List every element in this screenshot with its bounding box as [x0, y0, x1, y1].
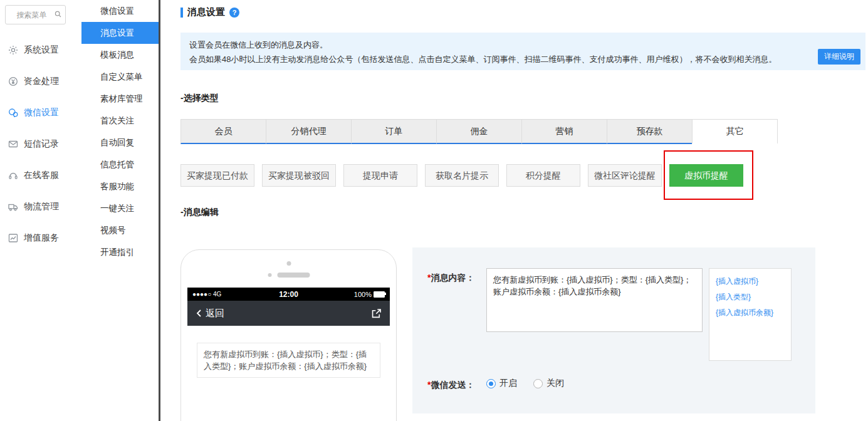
submenu-item-info-hosting[interactable]: 信息托管 [81, 153, 159, 175]
phone-statusbar: ●●●●○ 4G 12:00 100% [187, 288, 390, 301]
submenu-item-one-click-follow[interactable]: 一键关注 [81, 197, 159, 219]
radio-off-icon[interactable] [533, 379, 543, 388]
notice-line-2: 会员如果48小时以上没有主动发消息给公众号（包括发送信息、点击自定义菜单、订阅事… [189, 52, 797, 66]
submenu-item-wechat-settings[interactable]: 微信设置 [81, 0, 159, 22]
phone-speaker-pill [277, 273, 310, 278]
subtype-community-comment-reminder[interactable]: 微社区评论提醒 [588, 164, 662, 187]
subtype-buyer-withdraw-rejected[interactable]: 买家提现被驳回 [262, 164, 336, 187]
tab-distribution-agent[interactable]: 分销代理 [266, 119, 352, 144]
insert-link-type[interactable]: {插入类型} [716, 289, 785, 305]
phone-screen: ●●●●○ 4G 12:00 100% 返回 [187, 288, 390, 421]
detail-explain-button[interactable]: 详细说明 [818, 49, 860, 65]
phone-back-button: 返回 [195, 308, 224, 320]
title-accent-bar [180, 8, 183, 18]
sidebar-item-funds[interactable]: 资金处理 [0, 66, 81, 97]
radio-option-off[interactable]: 关闭 [533, 378, 564, 389]
search-input[interactable] [5, 5, 66, 24]
sidebar-item-label: 系统设置 [24, 44, 59, 56]
submenu-item-service-functions[interactable]: 客服功能 [81, 175, 159, 197]
phone-sensor-dot [268, 273, 271, 277]
statusbar-time: 12:00 [279, 290, 298, 299]
message-edit-label: -消息编辑 [180, 207, 219, 218]
subtype-withdraw-apply[interactable]: 提现申请 [343, 164, 417, 187]
money-icon [8, 76, 18, 86]
truck-icon [8, 202, 18, 212]
radio-on-icon[interactable] [486, 379, 496, 388]
submenu-item-auto-reply[interactable]: 自动回复 [81, 132, 159, 153]
gear-icon [8, 45, 18, 55]
submenu-item-template-message[interactable]: 模板消息 [81, 44, 159, 66]
message-content-input[interactable]: 您有新虚拟币到账：{插入虚拟币}；类型：{插入类型}；账户虚拟币余额：{插入虚拟… [486, 268, 703, 332]
phone-camera-dot [286, 261, 291, 266]
chart-icon [8, 233, 18, 243]
sidebar-item-sms-records[interactable]: 短信记录 [0, 128, 81, 160]
wechat-icon [8, 108, 18, 118]
tab-order[interactable]: 订单 [351, 119, 437, 144]
phone-preview: ●●●●○ 4G 12:00 100% 返回 [180, 249, 397, 421]
battery-percent: 100% [354, 291, 372, 298]
phone-back-label: 返回 [206, 308, 224, 320]
sidebar-item-label: 物流管理 [24, 201, 59, 212]
radio-option-on[interactable]: 开启 [486, 378, 517, 389]
back-chevron-icon [195, 308, 204, 318]
sidebar-item-label: 增值服务 [24, 232, 59, 244]
tab-commission[interactable]: 佣金 [436, 119, 522, 144]
wechat-settings-submenu: 微信设置 消息设置 模板消息 自定义菜单 素材库管理 首次关注 自动回复 信息托… [81, 0, 159, 421]
sidebar-item-label: 短信记录 [24, 138, 59, 150]
sidebar-item-logistics[interactable]: 物流管理 [0, 191, 81, 222]
primary-sidebar: 系统设置 资金处理 微信设置 [0, 0, 82, 421]
subtype-virtual-coin-reminder[interactable]: 虚拟币提醒 [669, 164, 743, 187]
menu-search [5, 5, 66, 24]
primary-menu: 系统设置 资金处理 微信设置 [0, 34, 81, 254]
tab-marketing[interactable]: 营销 [521, 119, 607, 144]
tab-prestore[interactable]: 预存款 [607, 119, 693, 144]
type-tabs: 会员 分销代理 订单 佣金 营销 预存款 其它 [180, 119, 778, 144]
select-type-label: -选择类型 [180, 93, 219, 104]
submenu-item-custom-menu[interactable]: 自定义菜单 [81, 66, 159, 88]
page-header: 消息设置 ? [180, 6, 239, 18]
mail-icon [8, 139, 18, 149]
submenu-item-message-settings[interactable]: 消息设置 [81, 22, 159, 44]
notice-line-1: 设置会员在微信上收到的消息及内容。 [189, 38, 797, 52]
signal-indicator: ●●●●○ 4G [192, 291, 221, 298]
battery-indicator: 100% [354, 291, 385, 298]
headset-icon [8, 170, 18, 180]
main-content: 消息设置 ? 设置会员在微信上收到的消息及内容。 会员如果48小时以上没有主动发… [160, 0, 868, 421]
radio-on-label: 开启 [499, 378, 517, 389]
battery-icon [374, 291, 385, 298]
radio-off-label: 关闭 [546, 378, 564, 389]
tab-member[interactable]: 会员 [180, 119, 266, 144]
sidebar-item-label: 资金处理 [24, 76, 59, 87]
help-icon[interactable]: ? [229, 8, 239, 18]
wechat-send-options: 开启 关闭 [486, 378, 564, 389]
message-subtypes: 买家提现已付款 买家提现被驳回 提现申请 获取名片提示 积分提醒 微社区评论提醒… [180, 164, 743, 187]
share-icon [370, 308, 382, 320]
sidebar-item-label: 微信设置 [24, 107, 59, 118]
phone-navbar: 返回 [187, 301, 390, 326]
insert-link-virtual-coin[interactable]: {插入虚拟币} [716, 274, 785, 289]
preview-message-bubble: 您有新虚拟币到账：{插入虚拟币}；类型：{插入类型}；账户虚拟币余额：{插入虚拟… [197, 343, 380, 378]
submenu-item-material-library[interactable]: 素材库管理 [81, 88, 159, 110]
subtype-points-reminder[interactable]: 积分提醒 [506, 164, 580, 187]
subtype-buyer-withdraw-paid[interactable]: 买家提现已付款 [180, 164, 254, 187]
insert-variables-box: {插入虚拟币} {插入类型} {插入虚拟币余额} [709, 268, 792, 361]
phone-speaker [268, 273, 310, 278]
subtype-get-card-tip[interactable]: 获取名片提示 [425, 164, 499, 187]
content-label: *消息内容： [427, 273, 474, 284]
submenu-item-first-follow[interactable]: 首次关注 [81, 110, 159, 132]
sidebar-item-value-added-services[interactable]: 增值服务 [0, 222, 81, 254]
tab-other[interactable]: 其它 [692, 119, 778, 144]
message-edit-form: *消息内容： 您有新虚拟币到账：{插入虚拟币}；类型：{插入类型}；账户虚拟币余… [412, 247, 815, 413]
submenu-item-activation-guide[interactable]: 开通指引 [81, 241, 159, 263]
subtype-virtual-coin-wrap: 虚拟币提醒 [669, 164, 743, 187]
sidebar-item-system-settings[interactable]: 系统设置 [0, 34, 81, 66]
page-title: 消息设置 [187, 6, 225, 18]
insert-link-balance[interactable]: {插入虚拟币余额} [716, 305, 785, 321]
submenu-item-video-channel[interactable]: 视频号 [81, 219, 159, 241]
sidebar-item-label: 在线客服 [24, 170, 59, 181]
notice-box: 设置会员在微信上收到的消息及内容。 会员如果48小时以上没有主动发消息给公众号（… [180, 33, 865, 70]
sidebar-item-online-service[interactable]: 在线客服 [0, 160, 81, 191]
wechat-send-label: *微信发送： [427, 380, 474, 391]
sidebar-item-wechat-settings[interactable]: 微信设置 [0, 97, 81, 128]
